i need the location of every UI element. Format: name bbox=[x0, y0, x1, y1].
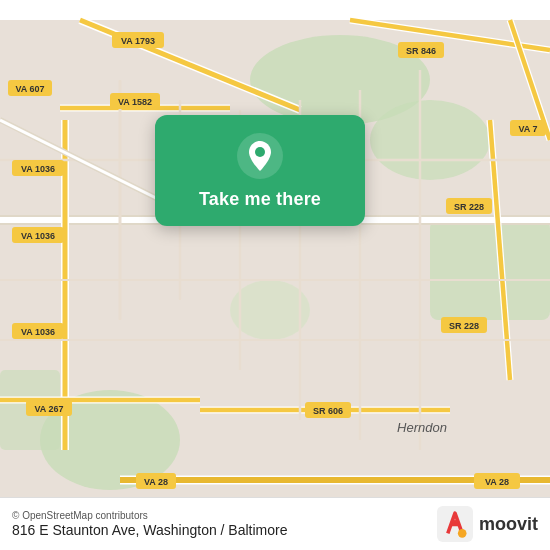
svg-text:Herndon: Herndon bbox=[397, 420, 447, 435]
svg-point-6 bbox=[230, 280, 310, 340]
take-me-there-button[interactable]: Take me there bbox=[199, 189, 321, 210]
svg-text:SR 846: SR 846 bbox=[406, 46, 436, 56]
svg-text:VA 1036: VA 1036 bbox=[21, 231, 55, 241]
svg-text:VA 28: VA 28 bbox=[485, 477, 509, 487]
svg-text:VA 1036: VA 1036 bbox=[21, 327, 55, 337]
svg-text:VA 267: VA 267 bbox=[34, 404, 63, 414]
location-card[interactable]: Take me there bbox=[155, 115, 365, 226]
moovit-text: moovit bbox=[479, 514, 538, 535]
svg-text:SR 228: SR 228 bbox=[454, 202, 484, 212]
svg-text:VA 1582: VA 1582 bbox=[118, 97, 152, 107]
moovit-icon bbox=[437, 506, 473, 542]
svg-text:VA 28: VA 28 bbox=[144, 477, 168, 487]
svg-point-74 bbox=[458, 529, 467, 538]
svg-text:VA 607: VA 607 bbox=[15, 84, 44, 94]
svg-text:VA 1793: VA 1793 bbox=[121, 36, 155, 46]
map-pin-icon bbox=[237, 133, 283, 179]
map-background: VA 1793 VA 607 VA 1582 VA 1036 VA 1036 V… bbox=[0, 0, 550, 550]
address-text: 816 E Staunton Ave, Washington / Baltimo… bbox=[12, 522, 288, 538]
svg-text:VA 1036: VA 1036 bbox=[21, 164, 55, 174]
bottom-bar: © OpenStreetMap contributors 816 E Staun… bbox=[0, 497, 550, 550]
moovit-logo: moovit bbox=[437, 506, 538, 542]
svg-text:VA 7: VA 7 bbox=[518, 124, 537, 134]
copyright-text: © OpenStreetMap contributors bbox=[12, 510, 288, 521]
svg-point-2 bbox=[370, 100, 490, 180]
svg-text:SR 606: SR 606 bbox=[313, 406, 343, 416]
svg-rect-3 bbox=[430, 220, 550, 320]
address-info: © OpenStreetMap contributors 816 E Staun… bbox=[12, 510, 288, 538]
map-container: VA 1793 VA 607 VA 1582 VA 1036 VA 1036 V… bbox=[0, 0, 550, 550]
svg-point-72 bbox=[255, 147, 265, 157]
svg-text:SR 228: SR 228 bbox=[449, 321, 479, 331]
